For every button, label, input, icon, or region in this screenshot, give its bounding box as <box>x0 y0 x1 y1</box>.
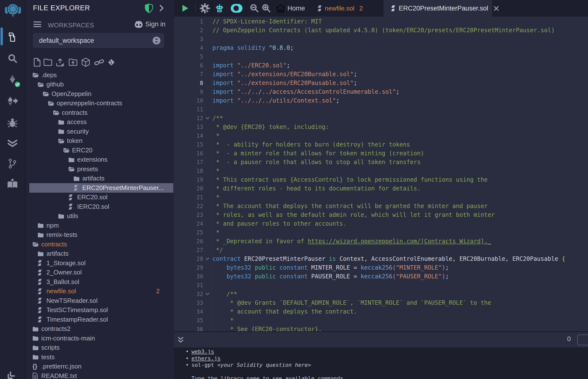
line-number: 11 <box>174 105 203 114</box>
script-config-gear-icon[interactable] <box>199 0 211 16</box>
tree-item-security[interactable]: security <box>25 127 173 136</box>
link-icon[interactable] <box>94 58 104 66</box>
tree-item-erc20presetminterpauser-[interactable]: ERC20PresetMinterPauser... <box>25 183 173 193</box>
tree-item-remix-tests[interactable]: remix-tests <box>25 230 173 240</box>
tree-item-openzeppelin-contracts[interactable]: openzeppelin-contracts <box>25 99 173 108</box>
tree-item-github[interactable]: github <box>25 80 173 89</box>
cube-icon[interactable] <box>81 58 90 67</box>
sidebar-item-deploy-run[interactable] <box>0 92 25 111</box>
tree-item-openzeppelin[interactable]: OpenZeppelin <box>25 89 173 99</box>
tree-item-npm[interactable]: npm <box>25 221 173 230</box>
tab-newfile[interactable]: newfile.sol 2 <box>310 0 381 16</box>
workspaces-label: WORKSPACES <box>48 21 94 29</box>
fold-icon[interactable] <box>203 114 212 123</box>
code-text: bytes32 public constant PAUSER_ROLE = ke… <box>212 272 449 281</box>
terminal-link[interactable]: web3.js <box>191 348 214 355</box>
upload-folder-icon[interactable] <box>69 58 77 66</box>
tree-item--deps[interactable]: .deps <box>25 70 173 80</box>
modified-count-badge: 2 <box>145 287 160 295</box>
folder-icon <box>68 157 77 162</box>
code-editor[interactable]: 1// SPDX-License-Identifier: MIT2// Open… <box>174 16 588 332</box>
tree-item-contracts2[interactable]: contracts2 <box>25 324 173 334</box>
line-number: 19 <box>174 175 203 184</box>
tab-erc20presetminterpauser[interactable]: ERC20PresetMinterPauser.sol <box>384 0 492 16</box>
tree-item-contracts[interactable]: contracts <box>25 108 173 117</box>
tree-item-testsctimestamp-sol[interactable]: TestSCTimestamp.sol <box>25 305 173 315</box>
fold-icon[interactable] <box>203 290 212 299</box>
code-text: * <box>212 193 219 202</box>
folder-open-icon <box>32 242 41 247</box>
zoom-in-icon[interactable] <box>262 0 271 16</box>
code-text: // SPDX-License-Identifier: MIT <box>212 17 322 26</box>
tree-item-artifacts[interactable]: artifacts <box>25 174 173 183</box>
collapse-double-chevron-icon[interactable] <box>5 370 16 379</box>
tree-item-token[interactable]: token <box>25 136 173 146</box>
tree-item-3-ballot-sol[interactable]: 3_Ballot.sol <box>25 277 173 287</box>
tree-item-utils[interactable]: utils <box>25 211 173 221</box>
code-line: 32 /** <box>174 290 588 299</box>
tree-item-tests[interactable]: tests <box>25 352 173 362</box>
workspace-select[interactable]: default_workspace <box>33 33 164 48</box>
zoom-out-icon[interactable] <box>249 0 259 16</box>
terminal-hint-italic: <your Solidity question here> <box>217 362 311 368</box>
remix-logo-icon[interactable] <box>4 2 21 18</box>
tree-item-1-storage-sol[interactable]: 1_Storage.sol <box>25 258 173 268</box>
new-folder-icon[interactable] <box>44 58 52 66</box>
sidebar-item-git[interactable] <box>0 154 25 174</box>
chevron-right-icon[interactable] <box>159 4 164 12</box>
tree-item-newfile-sol[interactable]: newfile.sol2 <box>25 287 173 296</box>
ai-copilot-toggle[interactable] <box>231 4 243 13</box>
upload-file-icon[interactable] <box>56 58 64 67</box>
tree-item-readme-txt[interactable]: README.txt <box>25 371 173 379</box>
tree-item-newtsreader-sol[interactable]: NewTSReader.sol <box>25 296 173 305</box>
code-line: 19 * This contract uses {AccessControl} … <box>174 175 588 184</box>
tree-item-label: README.txt <box>41 372 77 379</box>
tree-item-2-owner-sol[interactable]: 2_Owner.sol <box>25 268 173 277</box>
tree-item-erc20[interactable]: ERC20 <box>25 145 173 155</box>
tree-item-artifacts[interactable]: artifacts <box>25 249 173 259</box>
sidebar-item-search[interactable] <box>0 49 25 68</box>
tree-item-timestampreader-sol[interactable]: TimestampReader.sol <box>25 315 173 324</box>
tree-item-presets[interactable]: presets <box>25 164 173 174</box>
run-script-button[interactable] <box>182 0 189 16</box>
sidebar-item-solidity-compiler[interactable] <box>0 70 25 90</box>
tree-item-contracts[interactable]: contracts <box>25 239 173 249</box>
code-text: * roles, as well as the default admin ro… <box>212 210 495 219</box>
workspaces-menu-icon[interactable] <box>33 21 41 29</box>
tree-item-extensions[interactable]: extensions <box>25 155 173 165</box>
code-line: 1// SPDX-License-Identifier: MIT <box>174 17 588 26</box>
git-diamond-icon[interactable] <box>107 58 115 66</box>
github-sign-in[interactable]: Sign in <box>134 20 166 28</box>
tree-item-scripts[interactable]: scripts <box>25 343 173 353</box>
deploy-run-icon <box>7 96 18 107</box>
home-label: Home <box>287 5 305 12</box>
tree-item-label: OpenZeppelin <box>51 90 91 98</box>
tree-item-ierc20-sol[interactable]: IERC20.sol <box>25 202 173 211</box>
terminal-link[interactable]: ethers.js <box>191 355 220 362</box>
code-text: import "../../../access/AccessControlEnu… <box>212 87 400 96</box>
sidebar-item-learneth[interactable] <box>0 174 25 193</box>
sidebar-item-solidity-unit-testing[interactable] <box>0 134 25 153</box>
sidebar-item-file-explorer[interactable] <box>0 27 25 47</box>
folder-icon <box>32 336 41 341</box>
tab-home[interactable]: Home <box>276 0 305 16</box>
tree-item--prettierrc-json[interactable]: {}.prettierrc.json <box>25 362 173 371</box>
close-tab-icon[interactable] <box>494 6 499 11</box>
sidebar-item-debugger[interactable] <box>0 113 25 132</box>
ai-copilot-robot-icon[interactable] <box>216 0 223 16</box>
line-number: 27 <box>174 246 203 254</box>
expand-terminal-icon[interactable] <box>177 336 184 344</box>
terminal-text: sol-gpt <box>191 362 217 368</box>
tree-item-icm-contracts-main[interactable]: icm-contracts-main <box>25 333 173 343</box>
code-line: 2// OpenZeppelin Contracts (last updated… <box>174 26 588 35</box>
code-text: // OpenZeppelin Contracts (last updated … <box>212 26 555 35</box>
new-file-icon[interactable] <box>33 58 41 67</box>
activity-bar <box>0 0 25 379</box>
tree-item-access[interactable]: access <box>25 117 173 127</box>
terminal-search-input[interactable] <box>577 334 588 345</box>
tree-item-erc20-sol[interactable]: ERC20.sol <box>25 193 173 202</box>
fold-icon[interactable] <box>203 254 212 263</box>
folder-open-icon <box>48 101 57 106</box>
editor-topbar: Home newfile.sol 2 ERC20PresetMinterPaus… <box>174 0 588 16</box>
sign-in-label: Sign in <box>145 20 166 28</box>
